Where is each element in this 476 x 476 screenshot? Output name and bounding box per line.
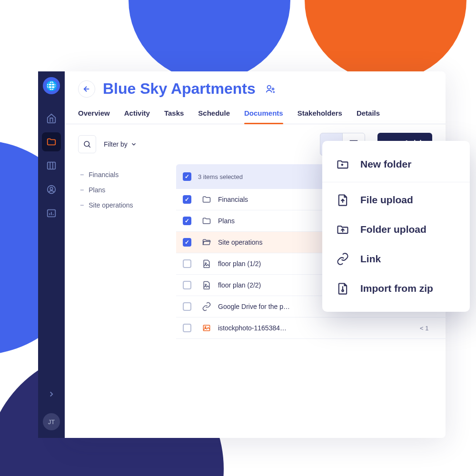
svg-point-33 bbox=[342, 290, 344, 292]
filter-label: Filter by bbox=[104, 140, 128, 148]
add-user-icon bbox=[265, 84, 276, 94]
selection-count: 3 items selected bbox=[198, 173, 243, 180]
sidebar-item-home[interactable] bbox=[42, 109, 61, 128]
decorative-shape-orange bbox=[305, 0, 466, 81]
folder-icon bbox=[46, 137, 57, 147]
svg-rect-0 bbox=[48, 162, 56, 169]
dropdown-label: Import from zip bbox=[360, 283, 433, 294]
dropdown-link[interactable]: Link bbox=[322, 244, 470, 274]
image-file-icon bbox=[202, 323, 211, 333]
file-size: < 1 bbox=[420, 325, 439, 332]
file-row[interactable]: istockphoto-1165384… < 1 bbox=[176, 317, 446, 339]
sidebar-item-profile[interactable] bbox=[42, 180, 61, 199]
folder-icon bbox=[202, 216, 211, 226]
dropdown-label: Link bbox=[360, 253, 381, 265]
tree-item[interactable]: − Site operations bbox=[78, 198, 173, 213]
tree-item[interactable]: − Plans bbox=[78, 182, 173, 198]
folder-icon bbox=[202, 195, 211, 204]
svg-point-25 bbox=[205, 284, 207, 286]
tree-item-label: Plans bbox=[89, 186, 105, 194]
row-checkbox[interactable] bbox=[183, 238, 191, 247]
tab-details[interactable]: Details bbox=[357, 109, 380, 124]
tree-collapse-icon: − bbox=[80, 186, 84, 194]
tab-stakeholders[interactable]: Stakeholders bbox=[298, 109, 342, 124]
sidebar-item-boards[interactable] bbox=[42, 156, 61, 175]
arrow-left-icon bbox=[82, 85, 91, 93]
share-button[interactable] bbox=[265, 84, 276, 94]
back-button[interactable] bbox=[78, 80, 95, 98]
zip-icon bbox=[336, 281, 350, 296]
decorative-shape-blue-top bbox=[129, 0, 290, 81]
sidebar-item-documents[interactable] bbox=[42, 132, 61, 151]
row-checkbox[interactable] bbox=[183, 281, 191, 289]
chart-icon bbox=[46, 208, 57, 218]
dropdown-label: File upload bbox=[360, 194, 413, 206]
tree-item[interactable]: − Financials bbox=[78, 167, 173, 182]
svg-line-15 bbox=[89, 146, 90, 148]
tree-item-label: Financials bbox=[89, 171, 119, 178]
chevron-down-icon bbox=[130, 141, 137, 148]
dropdown-import-zip[interactable]: Import from zip bbox=[322, 274, 470, 303]
tab-overview[interactable]: Overview bbox=[78, 109, 110, 124]
tab-bar: Overview Activity Tasks Schedule Documen… bbox=[65, 109, 446, 124]
sidebar-expand-button[interactable] bbox=[42, 385, 61, 404]
file-name: istockphoto-1165384… bbox=[218, 324, 413, 332]
folder-open-icon bbox=[202, 238, 211, 247]
filter-button[interactable]: Filter by bbox=[102, 137, 139, 152]
add-dropdown: New folder File upload Folder upload Lin… bbox=[322, 141, 470, 312]
tab-activity[interactable]: Activity bbox=[124, 109, 150, 124]
folder-tree: − Financials − Plans − Site operations bbox=[78, 164, 173, 339]
search-button[interactable] bbox=[78, 135, 96, 153]
dropdown-folder-upload[interactable]: Folder upload bbox=[322, 215, 470, 244]
row-checkbox[interactable] bbox=[183, 259, 191, 268]
dropdown-label: New folder bbox=[360, 159, 411, 170]
page-title: Blue Sky Apartments bbox=[103, 80, 256, 98]
user-circle-icon bbox=[46, 184, 57, 195]
tree-collapse-icon: − bbox=[80, 171, 84, 178]
search-icon bbox=[83, 140, 91, 149]
row-checkbox[interactable] bbox=[183, 302, 191, 311]
row-checkbox[interactable] bbox=[183, 324, 191, 332]
file-upload-icon bbox=[336, 193, 350, 207]
tab-documents[interactable]: Documents bbox=[244, 109, 283, 124]
svg-point-4 bbox=[50, 187, 53, 190]
select-all-checkbox[interactable] bbox=[183, 172, 191, 181]
folder-upload-icon bbox=[336, 222, 350, 237]
new-folder-icon bbox=[336, 157, 350, 171]
chevron-right-icon bbox=[47, 390, 56, 398]
kanban-icon bbox=[46, 160, 57, 171]
svg-point-14 bbox=[84, 141, 89, 147]
image-file-icon bbox=[202, 259, 211, 268]
row-checkbox[interactable] bbox=[183, 217, 191, 225]
dropdown-label: Folder upload bbox=[360, 224, 426, 235]
page-header: Blue Sky Apartments bbox=[65, 71, 446, 98]
user-avatar[interactable]: JT bbox=[43, 413, 60, 430]
dropdown-new-folder[interactable]: New folder bbox=[322, 149, 470, 182]
dropdown-file-upload[interactable]: File upload bbox=[322, 185, 470, 215]
tab-schedule[interactable]: Schedule bbox=[198, 109, 230, 124]
home-icon bbox=[46, 113, 57, 123]
tree-collapse-icon: − bbox=[80, 201, 84, 209]
svg-point-10 bbox=[267, 85, 270, 89]
app-logo[interactable]: 🌐 bbox=[43, 77, 60, 94]
image-file-icon bbox=[202, 280, 211, 290]
row-checkbox[interactable] bbox=[183, 195, 191, 204]
svg-point-11 bbox=[272, 88, 274, 90]
sidebar-nav: 🌐 JT bbox=[38, 71, 65, 438]
link-icon bbox=[336, 252, 350, 266]
svg-point-24 bbox=[205, 263, 207, 264]
link-icon bbox=[202, 302, 211, 311]
sidebar-item-analytics[interactable] bbox=[42, 204, 61, 223]
tab-tasks[interactable]: Tasks bbox=[164, 109, 184, 124]
tree-item-label: Site operations bbox=[89, 201, 133, 209]
